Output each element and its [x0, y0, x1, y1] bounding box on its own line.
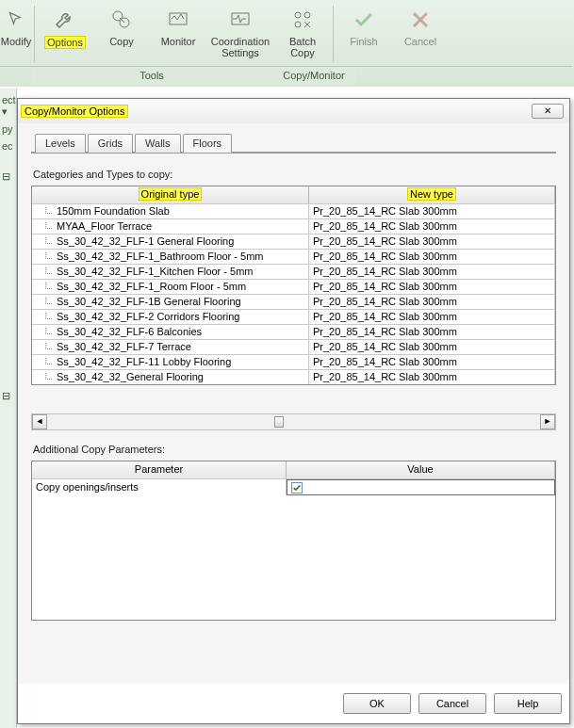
- cell-original: MYAA_Floor Terrace: [32, 219, 309, 234]
- batch-icon: [288, 6, 317, 34]
- cell-original: Ss_30_42_32_FLF-1_Bathroom Floor - 5mm: [32, 250, 309, 264]
- cell-original: Ss_30_42_32_FLF-11 Lobby Flooring: [32, 355, 309, 369]
- table-row[interactable]: MYAA_Floor TerracePr_20_85_14_RC Slab 30…: [32, 218, 555, 234]
- tabs: Levels Grids Walls Floors: [35, 133, 556, 152]
- copy-label: Copy: [109, 36, 134, 47]
- cell-original: Ss_30_42_32_FLF-7 Terrace: [32, 340, 309, 354]
- cell-new[interactable]: Pr_20_85_14_RC Slab 300mm: [309, 295, 555, 309]
- monitor-icon: [164, 6, 192, 34]
- options-label: Options: [44, 36, 86, 49]
- scroll-left-icon[interactable]: ◄: [32, 414, 47, 429]
- table-row[interactable]: Ss_30_42_32_FLF-1 General FlooringPr_20_…: [32, 234, 555, 249]
- tab-walls[interactable]: Walls: [135, 134, 180, 153]
- dialog-titlebar[interactable]: Copy/Monitor Options ✕: [18, 99, 569, 123]
- table-row[interactable]: Ss_30_42_32_FLF-1_Kitchen Floor - 5mmPr_…: [32, 264, 555, 279]
- cell-original: Ss_30_42_32_FLF-1_Kitchen Floor - 5mm: [32, 265, 309, 279]
- batch-label: BatchCopy: [289, 36, 316, 58]
- tab-grids[interactable]: Grids: [88, 134, 133, 153]
- table-row[interactable]: Ss_30_42_32_FLF-1B General FlooringPr_20…: [32, 294, 555, 309]
- th-parameter[interactable]: Parameter: [32, 461, 287, 478]
- panel-copymonitor: Copy/Monitor: [271, 67, 356, 85]
- table-row[interactable]: Ss_30_42_32_FLF-1_Bathroom Floor - 5mmPr…: [32, 249, 555, 264]
- cell-new[interactable]: Pr_20_85_14_RC Slab 300mm: [309, 355, 555, 369]
- table-row[interactable]: Ss_30_42_32_FLF-7 TerracePr_20_85_14_RC …: [32, 339, 555, 354]
- cell-original: 150mm Foundation Slab: [32, 204, 309, 218]
- copy-monitor-options-dialog: Copy/Monitor Options ✕ Levels Grids Wall…: [17, 98, 570, 724]
- cell-new[interactable]: Pr_20_85_14_RC Slab 300mm: [309, 204, 555, 218]
- param-name: Copy openings/inserts: [32, 479, 287, 495]
- cell-new[interactable]: Pr_20_85_14_RC Slab 300mm: [309, 265, 555, 279]
- checkbox[interactable]: [291, 482, 303, 493]
- h-scrollbar[interactable]: ◄ ►: [31, 413, 556, 430]
- svg-point-6: [295, 22, 301, 27]
- scroll-right-icon[interactable]: ►: [540, 414, 555, 429]
- param-row: Copy openings/inserts: [32, 478, 555, 495]
- scroll-thumb[interactable]: [274, 416, 284, 428]
- additional-params-label: Additional Copy Parameters:: [33, 444, 556, 455]
- cell-new[interactable]: Pr_20_85_14_RC Slab 300mm: [309, 219, 555, 234]
- cell-original: Ss_30_42_32_FLF-1 General Flooring: [32, 235, 309, 249]
- ribbon: Modify Options Copy Monitor Coordination…: [0, 0, 574, 87]
- svg-point-5: [304, 12, 310, 18]
- th-value[interactable]: Value: [287, 461, 555, 478]
- pulse-icon: [226, 6, 254, 34]
- copy-icon: [107, 6, 136, 34]
- copy-button[interactable]: Copy: [93, 2, 150, 66]
- finish-label: Finish: [350, 36, 377, 47]
- ok-button[interactable]: OK: [343, 693, 411, 714]
- params-table: Parameter Value Copy openings/inserts: [31, 461, 556, 621]
- tab-levels[interactable]: Levels: [35, 134, 86, 153]
- coord-label: CoordinationSettings: [211, 36, 270, 58]
- cell-new[interactable]: Pr_20_85_14_RC Slab 300mm: [309, 370, 555, 384]
- cancel-label: Cancel: [404, 36, 436, 47]
- cell-new[interactable]: Pr_20_85_14_RC Slab 300mm: [309, 235, 555, 249]
- wrench-icon: [51, 6, 79, 34]
- check-icon: [350, 6, 378, 34]
- cell-new[interactable]: Pr_20_85_14_RC Slab 300mm: [309, 280, 555, 294]
- cell-original: Ss_30_42_32_FLF-1_Room Floor - 5mm: [32, 280, 309, 294]
- help-button[interactable]: Help: [494, 693, 562, 714]
- cursor-icon: [2, 6, 30, 34]
- cell-original: Ss_30_42_32_FLF-6 Balconies: [32, 325, 309, 339]
- panel-tools: Tools: [32, 67, 271, 85]
- batch-copy-button[interactable]: BatchCopy: [274, 2, 331, 66]
- monitor-label: Monitor: [161, 36, 196, 47]
- th-new[interactable]: New type: [309, 186, 555, 203]
- table-row[interactable]: Ss_30_42_32_FLF-2 Corridors FlooringPr_2…: [32, 309, 555, 324]
- cell-new[interactable]: Pr_20_85_14_RC Slab 300mm: [309, 340, 555, 354]
- cell-original: Ss_30_42_32_FLF-2 Corridors Flooring: [32, 310, 309, 324]
- dialog-buttons: OK Cancel Help: [18, 684, 569, 723]
- options-button[interactable]: Options: [37, 2, 93, 66]
- cancel-button[interactable]: Cancel: [392, 2, 449, 66]
- table-row[interactable]: Ss_30_42_32_FLF-1_Room Floor - 5mmPr_20_…: [32, 279, 555, 294]
- table-row[interactable]: Ss_30_42_32_FLF-6 BalconiesPr_20_85_14_R…: [32, 324, 555, 339]
- cell-new[interactable]: Pr_20_85_14_RC Slab 300mm: [309, 250, 555, 264]
- close-icon[interactable]: ✕: [532, 104, 564, 119]
- modify-label: Modify: [1, 36, 31, 47]
- types-table: Original type New type 150mm Foundation …: [31, 186, 556, 385]
- th-original[interactable]: Original type: [32, 186, 309, 203]
- cell-new[interactable]: Pr_20_85_14_RC Slab 300mm: [309, 325, 555, 339]
- tab-floors[interactable]: Floors: [183, 134, 233, 153]
- monitor-button[interactable]: Monitor: [150, 2, 206, 66]
- left-gutter: ect ▾ py ec ⊟ ⊟: [0, 89, 17, 728]
- dialog-title: Copy/Monitor Options: [21, 105, 128, 118]
- svg-point-4: [295, 12, 301, 18]
- table-row[interactable]: Ss_30_42_32_FLF-11 Lobby FlooringPr_20_8…: [32, 354, 555, 369]
- finish-button[interactable]: Finish: [336, 2, 392, 66]
- cell-original: Ss_30_42_32_General Flooring: [32, 370, 309, 384]
- cell-new[interactable]: Pr_20_85_14_RC Slab 300mm: [309, 310, 555, 324]
- param-value-cell[interactable]: [287, 479, 555, 495]
- categories-label: Categories and Types to copy:: [33, 169, 556, 180]
- modify-button[interactable]: Modify: [0, 2, 32, 66]
- table-row[interactable]: Ss_30_42_32_General FlooringPr_20_85_14_…: [32, 369, 555, 384]
- x-icon: [406, 6, 435, 34]
- coord-settings-button[interactable]: CoordinationSettings: [206, 2, 274, 66]
- cancel-dialog-button[interactable]: Cancel: [418, 693, 486, 714]
- cell-original: Ss_30_42_32_FLF-1B General Flooring: [32, 295, 309, 309]
- table-row[interactable]: 150mm Foundation SlabPr_20_85_14_RC Slab…: [32, 203, 555, 218]
